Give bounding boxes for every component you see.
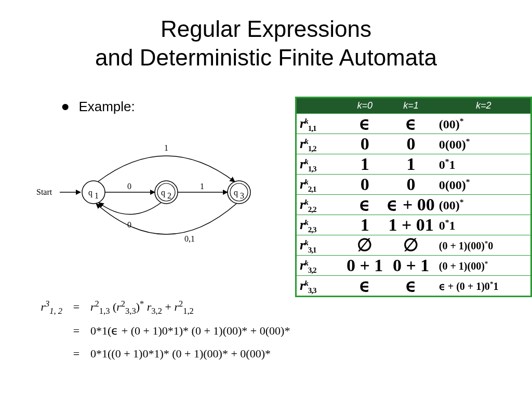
derivation-line-3: 0*1((0 + 1)0*1)* (0 + 1)(00)* + 0(00)* [90,342,271,365]
row-label: rk1,3 [297,154,344,174]
table-row: rk1,1ϵϵ(00)* [297,113,530,134]
bullet-icon: • [61,96,69,118]
table-row: rk3,3ϵϵϵ + (0 + 1)0*1 [297,275,530,296]
cell-k0: 0 [344,134,385,154]
cell-k2: (0 + 1)(00)*0 [437,235,530,255]
row-label: rk2,3 [297,215,344,235]
cell-k0: 1 [344,215,385,235]
cell-k1: 1 + 01 [385,215,436,235]
cell-k2: 0*1 [437,154,530,174]
start-label: Start [36,188,52,196]
cell-k1: ϵ [385,113,436,134]
row-label: rk2,1 [297,174,344,194]
svg-point-8 [228,181,250,204]
edge-q3-q1-label: 0,1 [184,234,195,243]
svg-text:q: q [234,188,238,197]
title-line-1: Regular Expressions [161,16,371,42]
cell-k0: 0 + 1 [344,255,385,275]
edge-q2-q1-label: 0 [127,220,131,229]
cell-k2: (0 + 1)(00)* [437,255,530,275]
derivation-line-2: 0*1(ϵ + (0 + 1)0*1)* (0 + 1)(00)* + 0(00… [90,320,290,342]
table-row: rk1,3110*1 [297,154,530,174]
cell-k1: ϵ + 00 [385,194,436,215]
cell-k1: 1 [385,154,436,174]
cell-k0: 0 [344,174,385,194]
row-label: rk3,2 [297,255,344,275]
cell-k1: ϵ [385,275,436,296]
cell-k1: 0 + 1 [385,255,436,275]
row-label: rk2,2 [297,194,344,215]
svg-point-4 [155,181,178,204]
row-label: rk3,1 [297,235,344,255]
cell-k2: 0(00)* [437,174,530,194]
svg-point-1 [82,181,105,204]
kheader-blank [297,98,344,113]
kheader-1: k=1 [385,98,436,113]
svg-text:q: q [88,188,92,197]
title-line-2: and Deterministic Finite Automata [95,45,437,70]
cell-k2: ϵ + (0 + 1)0*1 [437,275,530,296]
table-row: rk3,20 + 10 + 1(0 + 1)(00)* [297,255,530,275]
cell-k2: (00)* [437,194,530,215]
edge-q2-q3-label: 1 [200,182,204,191]
dfa-diagram: Start q1 q2 q3 0 1 1 0 0,1 [31,135,270,255]
svg-text:1: 1 [95,191,99,200]
svg-text:q: q [161,188,165,197]
edge-q1-q2-label: 0 [127,182,131,191]
table-row: rk2,1000(00)* [297,174,530,194]
row-label: rk3,3 [297,275,344,296]
cell-k2: (00)* [437,113,530,134]
edge-q1-q3-label: 1 [164,143,168,152]
equals-sign: = [72,296,81,318]
row-label: rk1,1 [297,113,344,134]
derivation-lhs: r31, 2 [36,295,62,320]
cell-k0: ∅ [344,235,385,255]
cell-k1: 0 [385,174,436,194]
cell-k0: 1 [344,154,385,174]
cell-k1: ∅ [385,235,436,255]
slide-title: Regular Expressions and Deterministic Fi… [0,0,532,72]
kheader-2: k=2 [437,98,530,113]
row-label: rk1,2 [297,134,344,154]
cell-k0: ϵ [344,113,385,134]
table-row: rk2,2ϵϵ + 00(00)* [297,194,530,215]
svg-text:2: 2 [167,191,171,200]
svg-text:3: 3 [240,191,244,200]
kheader-0: k=0 [344,98,385,113]
table-row: rk3,1∅∅(0 + 1)(00)*0 [297,235,530,255]
cell-k2: 0*1 [437,215,530,235]
cell-k1: 0 [385,134,436,154]
table-row: rk1,2000(00)* [297,134,530,154]
cell-k0: ϵ [344,194,385,215]
cell-k0: ϵ [344,275,385,296]
k-table: k=0 k=1 k=2 rk1,1ϵϵ(00)*rk1,2000(00)*rk1… [295,97,532,297]
derivation-block: r31, 2 = r21,3 (r23,3)* r3,2 + r21,2 = 0… [36,295,290,365]
table-row: rk2,311 + 010*1 [297,215,530,235]
derivation-line-1: r21,3 (r23,3)* r3,2 + r21,2 [90,295,194,320]
example-bullet-row: • Example: [61,99,135,122]
example-label: Example: [78,99,135,115]
cell-k2: 0(00)* [437,134,530,154]
